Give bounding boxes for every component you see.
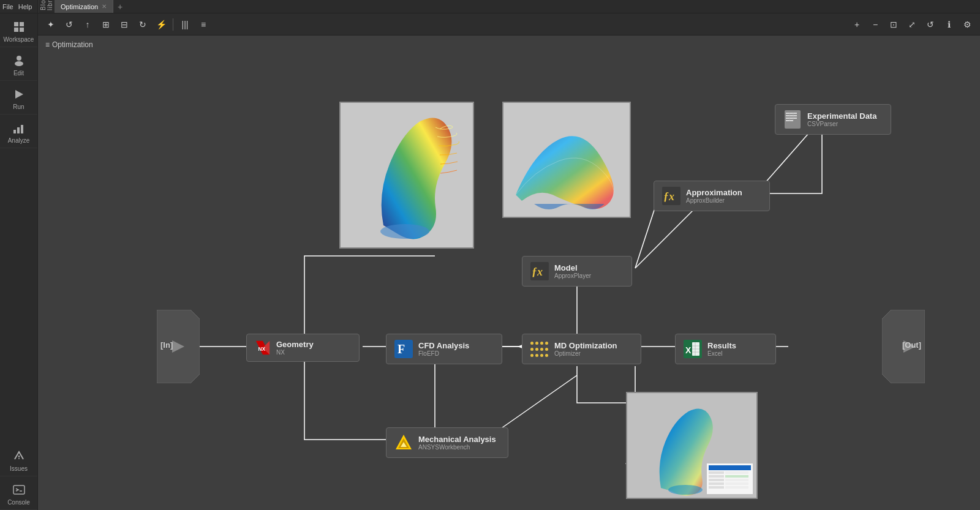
toolbar-btn-grid2[interactable]: ⊟: [116, 17, 132, 32]
breadcrumb-icon: ≡: [45, 40, 50, 49]
toolbar-btn-undo[interactable]: ↺: [61, 17, 77, 32]
svg-rect-45: [725, 475, 748, 478]
svg-rect-71: [786, 115, 797, 116]
svg-text:F: F: [398, 342, 405, 356]
rotate-button[interactable]: ↺: [922, 17, 938, 32]
svg-text:ƒx: ƒx: [532, 266, 543, 278]
nx-icon: NX: [254, 339, 271, 356]
svg-rect-2: [14, 28, 18, 32]
results-thumbnail: [626, 392, 758, 499]
model-info: Model ApproxPlayer: [554, 263, 591, 280]
csv-icon: [783, 110, 802, 129]
md-title: MD Optimization: [554, 341, 617, 351]
sidebar-item-issues[interactable]: Issues: [0, 443, 37, 476]
svg-rect-3: [20, 28, 24, 32]
sidebar-item-edit[interactable]: Edit: [0, 47, 37, 81]
issues-label: Issues: [10, 465, 28, 472]
svg-point-34: [380, 224, 429, 239]
console-icon: [12, 482, 26, 497]
approximation-info: Approximation ApproxBuilder: [686, 188, 742, 204]
svg-text:ƒx: ƒx: [663, 190, 674, 203]
md-optimization-node[interactable]: MD Optimization Optimizer: [522, 334, 641, 364]
in-port-label: [In]: [160, 340, 173, 350]
geometry-node[interactable]: NX Geometry NX: [246, 334, 360, 362]
approx-title: Approximation: [686, 188, 742, 198]
svg-rect-43: [709, 486, 724, 489]
approx-subtitle: ApproxBuilder: [686, 197, 742, 204]
cfd-thumbnail: [339, 102, 474, 249]
add-tab-button[interactable]: +: [113, 0, 127, 13]
sidebar-item-console[interactable]: Console: [0, 476, 37, 510]
results-subtitle: Excel: [707, 350, 736, 357]
tab-optimization[interactable]: Optimization ✕: [55, 0, 113, 13]
edit-label: Edit: [13, 70, 24, 77]
toolbar-sep-1: [173, 18, 173, 31]
toolbar-btn-rotate[interactable]: ↻: [135, 17, 151, 32]
cfd-title: CFD Analysis: [418, 341, 469, 351]
breadcrumb: ≡ Optimization: [45, 40, 93, 49]
zoom-in-button[interactable]: +: [849, 17, 865, 32]
cfd-subtitle: FloEFD: [418, 350, 469, 357]
svg-point-5: [15, 61, 23, 66]
approx-icon: ƒx: [662, 186, 681, 206]
top-right-controls: + − ⊡ ⤢ ↺ ℹ ⚙: [849, 17, 975, 32]
toolbar-btn-grid1[interactable]: ⊞: [98, 17, 114, 32]
svg-rect-46: [725, 479, 748, 481]
cfd-analysis-node[interactable]: F CFD Analysis FloEFD: [386, 334, 502, 364]
analyze-label: Analyze: [8, 137, 30, 144]
ansys-icon: [394, 433, 413, 452]
svg-rect-1: [20, 22, 24, 26]
settings-button[interactable]: ⚙: [959, 17, 975, 32]
model-node[interactable]: ƒx Model ApproxPlayer: [522, 256, 632, 287]
toolbar-btn-wave[interactable]: ⚡: [153, 17, 169, 32]
geometry-subtitle: NX: [276, 349, 314, 356]
geometry-title: Geometry: [276, 340, 314, 350]
tab-close-button[interactable]: ✕: [102, 3, 107, 10]
svg-text:X: X: [685, 345, 692, 355]
svg-rect-39: [709, 471, 724, 474]
toolbar-btn-bars[interactable]: |||: [177, 17, 193, 32]
mechanical-analysis-node[interactable]: Mechanical Analysis ANSYSWorkbench: [386, 427, 508, 458]
toolbar-btn-up[interactable]: ↑: [80, 17, 96, 32]
experimental-title: Experimental Data: [807, 111, 876, 121]
results-node[interactable]: X Results Excel: [675, 334, 776, 364]
results-title: Results: [707, 341, 736, 351]
sidebar-bottom: Issues Console: [0, 443, 37, 510]
file-menu[interactable]: File: [2, 3, 13, 10]
zoom-fit-button[interactable]: ⤢: [904, 17, 920, 32]
workspace-label: Workspace: [4, 36, 34, 43]
model-title: Model: [554, 263, 591, 273]
experimental-subtitle: CSVParser: [807, 121, 876, 127]
svg-point-49: [668, 485, 703, 495]
toolbar-btn-menu[interactable]: ≡: [195, 17, 211, 32]
main-content: Block library Optimization ✕ + ✦ ↺ ↑ ⊞ ⊟…: [38, 0, 980, 510]
sidebar-item-workspace[interactable]: Workspace: [0, 13, 37, 47]
experimental-data-node[interactable]: Experimental Data CSVParser: [775, 104, 891, 135]
model-icon: ƒx: [530, 261, 549, 281]
svg-marker-6: [15, 90, 23, 99]
sidebar-item-analyze[interactable]: Analyze: [0, 114, 37, 148]
info-button[interactable]: ℹ: [941, 17, 957, 32]
mechanical-subtitle: ANSYSWorkbench: [418, 444, 496, 451]
floefd-icon: F: [394, 339, 413, 359]
svg-text:NX: NX: [258, 346, 266, 352]
excel-icon: X: [683, 339, 703, 359]
model-subtitle: ApproxPlayer: [554, 272, 591, 279]
geometry-info: Geometry NX: [276, 340, 314, 356]
help-menu[interactable]: Help: [18, 3, 32, 10]
mechanical-title: Mechanical Analysis: [418, 435, 496, 444]
workspace-canvas[interactable]: ≡ Optimization: [38, 36, 980, 510]
zoom-reset-button[interactable]: ⊡: [886, 17, 902, 32]
issues-icon: [12, 449, 26, 463]
analyze-icon: [12, 121, 26, 135]
toolbar-btn-spark[interactable]: ✦: [43, 17, 59, 32]
svg-rect-40: [709, 475, 724, 478]
out-port-label: [Out]: [902, 340, 921, 350]
sidebar-item-run[interactable]: Run: [0, 81, 37, 114]
svg-rect-72: [786, 118, 797, 119]
edit-icon: [12, 53, 26, 68]
svg-rect-41: [709, 479, 724, 481]
zoom-out-button[interactable]: −: [867, 17, 883, 32]
approximation-node[interactable]: ƒx Approximation ApproxBuilder: [654, 181, 770, 211]
results-info: Results Excel: [707, 341, 736, 358]
